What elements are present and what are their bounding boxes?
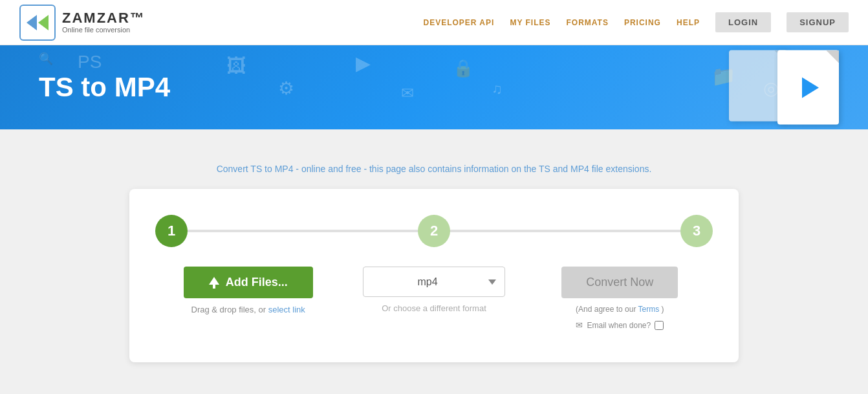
deco-search-icon: 🔍 xyxy=(39,52,53,66)
actions-row: Add Files... Drag & drop files, or selec… xyxy=(155,267,713,330)
arrow-shaft xyxy=(213,285,215,289)
email-icon: ✉ xyxy=(576,320,583,330)
format-hint: Or choose a different format xyxy=(382,303,486,313)
step-2-col: mp4 avi mov mkv wmv flv Or choose a diff… xyxy=(341,267,526,313)
logo-arrows xyxy=(27,15,49,30)
nav-area: DEVELOPER API MY FILES FORMATS PRICING H… xyxy=(423,12,849,32)
convert-now-button[interactable]: Convert Now xyxy=(561,267,678,298)
terms-text: (And agree to our Terms ) xyxy=(576,305,664,314)
step-1-indicator: 1 xyxy=(155,215,188,247)
step-3-number: 3 xyxy=(693,223,700,239)
nav-formats[interactable]: FORMATS xyxy=(567,18,609,27)
arrow-left-icon xyxy=(27,15,37,30)
arrow-right-icon xyxy=(38,15,49,30)
email-row: ✉ Email when done? xyxy=(576,320,664,330)
logo-icon xyxy=(19,5,56,41)
signup-button[interactable]: SIGNUP xyxy=(787,12,849,32)
file-doc-2 xyxy=(777,50,839,125)
deco-gear-icon: ⚙ xyxy=(278,78,294,99)
step-1-col: Add Files... Drag & drop files, or selec… xyxy=(155,267,341,314)
step-3-col: Convert Now (And agree to our Terms ) ✉ … xyxy=(527,267,713,330)
select-link[interactable]: select link xyxy=(268,305,305,314)
email-checkbox[interactable] xyxy=(655,321,664,330)
step-line-2 xyxy=(450,230,680,232)
step-line-1 xyxy=(188,230,418,232)
steps-row: 1 2 3 xyxy=(155,215,713,247)
add-files-button[interactable]: Add Files... xyxy=(184,267,313,298)
banner: PS ♪ 🖼 ⚙ ▶ ✉ 🔒 ♫ 📁 ◎ 🔍 TS to MP4 xyxy=(0,45,868,129)
deco-ps-icon: PS xyxy=(78,52,102,72)
nav-my-files[interactable]: MY FILES xyxy=(510,18,550,27)
nav-pricing[interactable]: PRICING xyxy=(624,18,661,27)
deco-lock-icon: 🔒 xyxy=(453,58,473,78)
header: ZAMZAR™ Online file conversion DEVELOPER… xyxy=(0,0,868,45)
converter-box: 1 2 3 Add Files... xyxy=(129,189,739,362)
terms-prefix: (And agree to our xyxy=(576,305,636,314)
deco-mail-icon: ✉ xyxy=(401,84,414,102)
logo-text-area: ZAMZAR™ Online file conversion xyxy=(62,11,146,34)
description-text: Convert TS to MP4 - online and free - th… xyxy=(26,142,842,189)
logo-area: ZAMZAR™ Online file conversion xyxy=(19,5,146,41)
banner-file-icons xyxy=(729,50,829,125)
step-2-number: 2 xyxy=(430,223,438,239)
email-label: Email when done? xyxy=(587,321,651,330)
deco-play-icon: ▶ xyxy=(356,52,371,74)
step-2-indicator: 2 xyxy=(418,215,450,247)
terms-close: ) xyxy=(662,305,664,314)
main-content: Convert TS to MP4 - online and free - th… xyxy=(0,129,868,375)
format-select-wrapper: mp4 avi mov mkv wmv flv xyxy=(363,267,505,297)
upload-arrow-icon xyxy=(209,277,219,289)
logo-brand: ZAMZAR™ xyxy=(62,11,146,25)
add-files-label: Add Files... xyxy=(226,276,288,289)
logo-tagline: Online file conversion xyxy=(62,27,146,34)
terms-link[interactable]: Terms xyxy=(638,305,660,314)
step-1-number: 1 xyxy=(168,223,175,239)
login-button[interactable]: LOGIN xyxy=(715,12,771,32)
nav-help[interactable]: HELP xyxy=(677,18,700,27)
banner-title: TS to MP4 xyxy=(39,72,170,103)
step-3-indicator: 3 xyxy=(680,215,713,247)
deco-image-icon: 🖼 xyxy=(226,55,246,77)
drag-drop-text: Drag & drop files, or select link xyxy=(191,305,305,314)
drag-drop-label: Drag & drop files, or xyxy=(191,305,266,314)
file-play-icon xyxy=(802,77,819,98)
deco-music2-icon: ♫ xyxy=(492,81,503,98)
format-select[interactable]: mp4 avi mov mkv wmv flv xyxy=(363,267,505,297)
arrow-up-icon xyxy=(209,277,219,285)
nav-developer-api[interactable]: DEVELOPER API xyxy=(423,18,494,27)
